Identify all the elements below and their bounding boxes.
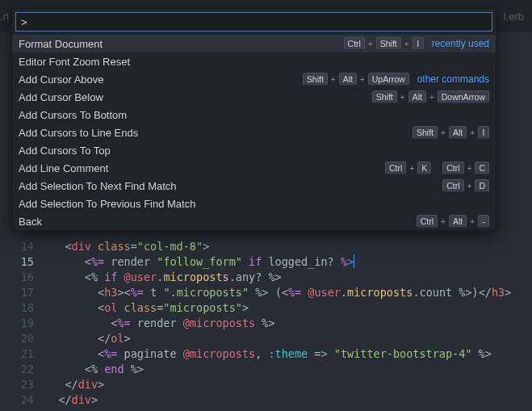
command-label: Add Cursors To Top bbox=[19, 145, 489, 157]
command-label: Format Document bbox=[19, 38, 344, 50]
command-shortcut: Ctrl+Shift+I bbox=[344, 37, 424, 50]
code-line[interactable]: <% end %> bbox=[45, 362, 511, 377]
command-item[interactable]: Add Line CommentCtrl+KCtrl+C bbox=[12, 159, 496, 177]
key: D bbox=[475, 179, 489, 192]
line-number: 22 bbox=[0, 362, 34, 377]
key: I bbox=[478, 126, 489, 139]
command-item[interactable]: Add Cursor AboveShift+Alt+UpArrowother c… bbox=[12, 70, 496, 88]
key: Ctrl bbox=[442, 161, 463, 174]
key: Shift bbox=[303, 73, 328, 86]
key: I bbox=[413, 37, 424, 50]
command-item[interactable]: Format DocumentCtrl+Shift+Irecently used bbox=[12, 35, 496, 52]
category-recent: recently used bbox=[432, 38, 489, 49]
command-shortcut: Shift+Alt+I bbox=[413, 126, 489, 139]
category-other: other commands bbox=[417, 73, 489, 85]
command-item[interactable]: BackCtrl+Alt+- bbox=[12, 212, 496, 230]
code-line[interactable]: </ol> bbox=[45, 331, 511, 346]
command-item[interactable]: Add Selection To Next Find MatchCtrl+D bbox=[12, 177, 496, 195]
key: Alt bbox=[408, 90, 426, 103]
key-plus: + bbox=[429, 93, 434, 102]
line-number: 20 bbox=[0, 331, 34, 346]
command-item[interactable]: Add Cursors To Bottom bbox=[12, 106, 496, 124]
line-number: 21 bbox=[0, 346, 34, 362]
command-shortcut: Ctrl+Alt+- bbox=[417, 215, 489, 228]
line-number: 15 bbox=[0, 254, 34, 270]
key-plus: + bbox=[470, 128, 475, 137]
code-line[interactable]: <ol class="microposts"> bbox=[45, 300, 511, 316]
command-label: Add Cursor Below bbox=[19, 91, 372, 103]
key-plus: + bbox=[409, 164, 414, 173]
command-label: Add Cursors To Bottom bbox=[19, 109, 489, 121]
key: Shift bbox=[376, 37, 401, 50]
line-number: 18 bbox=[0, 300, 34, 316]
key: Ctrl bbox=[385, 161, 406, 174]
line-number: 24 bbox=[0, 392, 34, 408]
key: Shift bbox=[372, 90, 397, 103]
command-shortcut: Ctrl+KCtrl+C bbox=[385, 161, 489, 174]
code-line[interactable]: <%= paginate @microposts, :theme => "twi… bbox=[45, 346, 511, 362]
code-line[interactable]: <% if @user.microposts.any? %> bbox=[45, 270, 511, 285]
key-plus: + bbox=[441, 217, 446, 226]
command-item[interactable]: Add Selection To Previous Find Match bbox=[12, 195, 496, 212]
palette-list: Format DocumentCtrl+Shift+Irecently used… bbox=[12, 35, 496, 230]
key: K bbox=[417, 161, 431, 174]
tab-fragment-right: l.erb bbox=[504, 10, 532, 23]
key: DownArrow bbox=[438, 90, 489, 103]
command-label: Add Selection To Next Find Match bbox=[19, 180, 442, 192]
command-label: Editor Font Zoom Reset bbox=[19, 56, 489, 68]
command-shortcut: Ctrl+D bbox=[442, 179, 489, 192]
command-label: Back bbox=[19, 216, 417, 228]
key-plus: + bbox=[467, 164, 472, 173]
command-shortcut: Shift+Alt+DownArrow bbox=[372, 90, 489, 103]
key: Ctrl bbox=[442, 179, 463, 192]
key-plus: + bbox=[470, 217, 475, 226]
code-line[interactable]: <h3><%= t ".microposts" %> (<%= @user.mi… bbox=[45, 285, 511, 300]
command-item[interactable]: Add Cursors to Line EndsShift+Alt+I bbox=[12, 124, 496, 141]
command-label: Add Cursor Above bbox=[19, 73, 303, 86]
key: Ctrl bbox=[344, 37, 365, 50]
key: - bbox=[478, 215, 489, 228]
key-plus: + bbox=[467, 182, 472, 191]
command-label: Add Line Comment bbox=[19, 162, 385, 174]
key-plus: + bbox=[368, 40, 373, 48]
key-plus: + bbox=[360, 75, 365, 84]
command-item[interactable]: Add Cursors To Top bbox=[12, 141, 496, 159]
key-plus: + bbox=[404, 40, 409, 48]
command-palette: Format DocumentCtrl+Shift+Irecently used… bbox=[11, 8, 496, 231]
key: UpArrow bbox=[368, 73, 409, 86]
code-line[interactable]: <%= render "follow_form" if logged_in? %… bbox=[45, 254, 511, 270]
code-line[interactable]: <%= render @microposts %> bbox=[45, 316, 511, 331]
palette-input-wrap bbox=[12, 9, 496, 35]
code-line[interactable]: </div> bbox=[45, 392, 511, 408]
key-plus: + bbox=[441, 128, 446, 137]
line-number: 16 bbox=[0, 270, 34, 285]
line-number: 25 bbox=[0, 408, 34, 411]
key: Shift bbox=[413, 126, 438, 139]
line-number: 23 bbox=[0, 377, 34, 392]
command-item[interactable]: Editor Font Zoom Reset bbox=[12, 52, 496, 70]
code-line[interactable]: </div> bbox=[45, 377, 511, 392]
line-number: 14 bbox=[0, 239, 34, 254]
key: C bbox=[475, 161, 489, 174]
key-plus: + bbox=[331, 75, 336, 84]
key: Ctrl bbox=[417, 215, 438, 228]
tab-fragment-left: .rt bbox=[0, 10, 8, 23]
command-item[interactable]: Add Cursor BelowShift+Alt+DownArrow bbox=[12, 88, 496, 106]
key: Alt bbox=[449, 215, 467, 228]
command-label: Add Selection To Previous Find Match bbox=[19, 198, 489, 210]
palette-input[interactable] bbox=[15, 12, 492, 31]
command-label: Add Cursors to Line Ends bbox=[19, 127, 413, 139]
key: Alt bbox=[449, 126, 467, 139]
line-number: 19 bbox=[0, 316, 34, 331]
key-plus: + bbox=[400, 93, 405, 102]
line-number: 17 bbox=[0, 285, 34, 300]
command-shortcut: Shift+Alt+UpArrow bbox=[303, 73, 409, 86]
key: Alt bbox=[339, 73, 357, 86]
code-line[interactable]: <div class="col-md-8"> bbox=[45, 239, 511, 254]
